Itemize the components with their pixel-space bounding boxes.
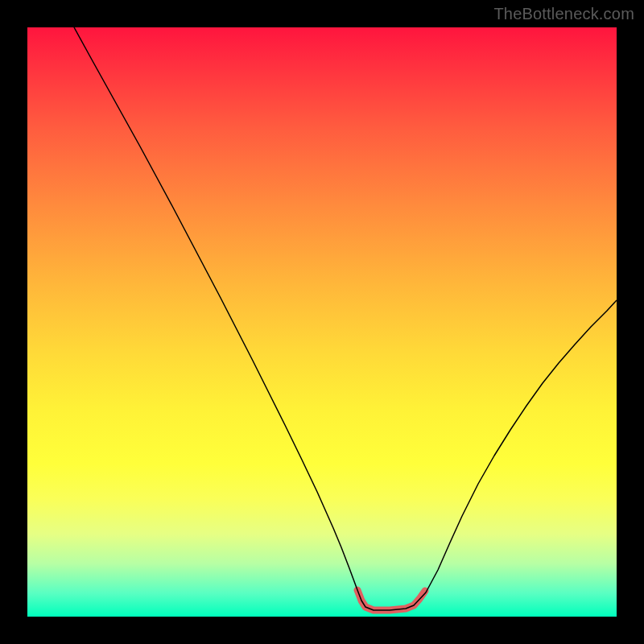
watermark-text: TheBottleneck.com	[493, 5, 634, 23]
bottleneck-curve	[74, 27, 617, 610]
plot-area	[27, 27, 617, 617]
curve-layer	[27, 27, 617, 617]
chart-frame: TheBottleneck.com	[0, 0, 644, 644]
